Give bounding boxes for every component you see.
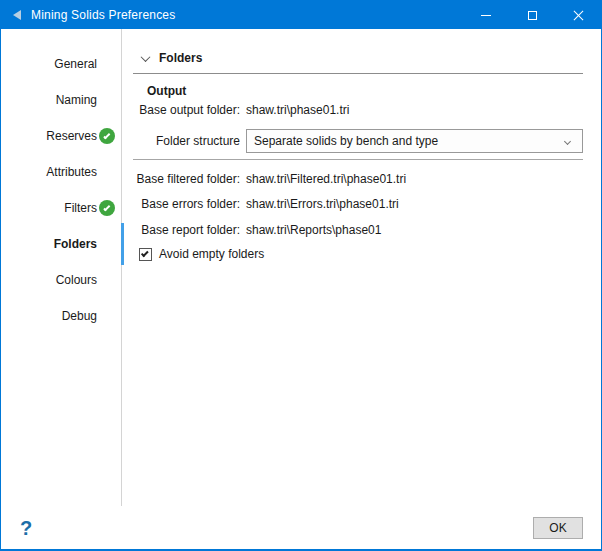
- minimize-button[interactable]: [463, 1, 509, 29]
- section-divider: [133, 159, 583, 160]
- sidebar-item-colours[interactable]: Colours: [1, 262, 121, 298]
- avoid-empty-folders-checkbox-row[interactable]: Avoid empty folders: [139, 247, 583, 261]
- base-filtered-label: Base filtered folder:: [133, 171, 240, 187]
- sidebar-item-attributes[interactable]: Attributes: [1, 154, 121, 190]
- close-icon: [573, 10, 584, 21]
- sidebar-item-general[interactable]: General: [1, 46, 121, 82]
- avoid-empty-folders-checkbox[interactable]: [139, 248, 152, 261]
- sidebar-item-filters[interactable]: Filters: [1, 190, 121, 226]
- folder-structure-row: Folder structure Separate solids by benc…: [133, 129, 583, 153]
- folder-structure-select[interactable]: Separate solids by bench and type: [246, 129, 583, 153]
- close-button[interactable]: [555, 1, 601, 29]
- avoid-empty-folders-label: Avoid empty folders: [159, 247, 264, 261]
- content-panel: Folders Output Base output folder: shaw.…: [122, 29, 601, 506]
- base-report-label: Base report folder:: [133, 222, 240, 238]
- base-output-row: Base output folder: shaw.tri\phase01.tri: [133, 102, 583, 118]
- check-icon: [141, 249, 149, 257]
- maximize-button[interactable]: [509, 1, 555, 29]
- footer-bar: ? OK: [1, 506, 601, 549]
- base-errors-value: shaw.tri\Errors.tri\phase01.tri: [246, 196, 399, 212]
- chevron-down-icon: [141, 52, 151, 62]
- sidebar: General Naming Reserves Attributes Filte…: [1, 29, 122, 506]
- base-filtered-value: shaw.tri\Filtered.tri\phase01.tri: [246, 171, 406, 187]
- app-icon[interactable]: [13, 10, 21, 20]
- base-output-value: shaw.tri\phase01.tri: [246, 102, 349, 118]
- base-report-value: shaw.tri\Reports\phase01: [246, 222, 381, 238]
- ok-button[interactable]: OK: [533, 517, 583, 539]
- maximize-icon: [528, 11, 537, 20]
- section-title: Folders: [159, 51, 202, 65]
- chevron-down-icon: [564, 138, 571, 145]
- minimize-icon: [481, 15, 491, 16]
- caption-buttons: [463, 1, 601, 29]
- base-errors-label: Base errors folder:: [133, 196, 240, 212]
- sidebar-item-debug[interactable]: Debug: [1, 298, 121, 334]
- sidebar-item-label: General: [54, 57, 97, 71]
- base-filtered-row: Base filtered folder: shaw.tri\Filtered.…: [133, 171, 583, 187]
- sidebar-item-reserves[interactable]: Reserves: [1, 118, 121, 154]
- sidebar-item-label: Filters: [64, 201, 97, 215]
- output-heading: Output: [147, 83, 583, 99]
- base-errors-row: Base errors folder: shaw.tri\Errors.tri\…: [133, 196, 583, 212]
- folder-structure-value: Separate solids by bench and type: [254, 134, 438, 148]
- sidebar-item-naming[interactable]: Naming: [1, 82, 121, 118]
- sidebar-item-label: Reserves: [46, 129, 97, 143]
- window-title: Mining Solids Preferences: [31, 8, 175, 22]
- title-bar: Mining Solids Preferences: [1, 1, 601, 29]
- sidebar-item-label: Naming: [56, 93, 97, 107]
- base-report-row: Base report folder: shaw.tri\Reports\pha…: [133, 222, 583, 238]
- sidebar-item-label: Folders: [54, 237, 97, 251]
- green-check-icon: [99, 200, 115, 216]
- sidebar-item-label: Colours: [56, 273, 97, 287]
- sidebar-item-label: Attributes: [46, 165, 97, 179]
- base-output-label: Base output folder:: [133, 102, 240, 118]
- preferences-window: Mining Solids Preferences General Naming: [0, 0, 602, 551]
- folder-structure-label: Folder structure: [133, 134, 240, 148]
- green-check-icon: [99, 128, 115, 144]
- sidebar-item-folders[interactable]: Folders: [1, 226, 121, 262]
- help-icon[interactable]: ?: [20, 518, 32, 538]
- folders-section-header[interactable]: Folders: [133, 51, 583, 74]
- sidebar-item-label: Debug: [62, 309, 97, 323]
- main-area: General Naming Reserves Attributes Filte…: [1, 29, 601, 506]
